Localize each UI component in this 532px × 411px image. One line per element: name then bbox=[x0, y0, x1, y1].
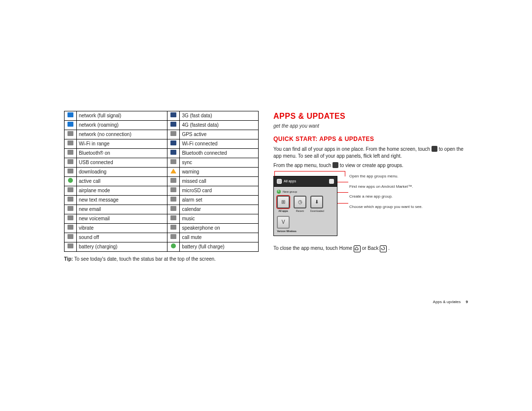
status-label-left: USB connected bbox=[77, 158, 167, 168]
status-label-left: active call bbox=[77, 177, 167, 186]
status-icon-right bbox=[167, 233, 180, 242]
status-row: Wi-Fi in rangeWi-Fi connected bbox=[65, 139, 259, 149]
status-label-right: Bluetooth connected bbox=[180, 149, 259, 158]
status-icon-left bbox=[65, 186, 77, 196]
group-icon-recent: ◷ bbox=[294, 196, 306, 208]
close-text-b: or Back bbox=[362, 245, 380, 251]
new-group-row: New group bbox=[277, 190, 334, 194]
status-row: new voicemailmusic bbox=[65, 214, 259, 224]
status-icon-left bbox=[65, 111, 77, 121]
status-icon-left bbox=[65, 121, 77, 130]
status-row: downloadingwarning bbox=[65, 168, 259, 177]
status-row: airplane modemicroSD card bbox=[65, 186, 259, 196]
screenshot-with-callouts: All apps New group ⊞ ◷ ⬇ All app bbox=[273, 176, 468, 237]
status-icon-left bbox=[65, 196, 77, 205]
callout-4: Choose which app group you want to see. bbox=[347, 205, 468, 210]
status-label-left: vibrate bbox=[77, 224, 167, 233]
group-label-recent: Recent bbox=[294, 209, 306, 213]
home-key-icon bbox=[354, 245, 361, 252]
status-icon bbox=[170, 122, 176, 127]
status-icon-right bbox=[167, 177, 180, 186]
status-row: new emailcalendar bbox=[65, 205, 259, 214]
group-row-2-labels: Verizon Wireless bbox=[277, 230, 334, 233]
paragraph-1: You can find all of your apps in one pla… bbox=[273, 146, 468, 159]
paragraph-2: From the app menu, touch to view or crea… bbox=[273, 162, 468, 169]
status-label-right: speakerphone on bbox=[180, 224, 259, 233]
group-icon-verizon: V bbox=[277, 216, 290, 229]
status-icon-right bbox=[167, 121, 180, 130]
status-label-right: music bbox=[180, 214, 259, 224]
para1-text-a: You can find all of your apps in one pla… bbox=[273, 146, 432, 152]
status-icon-right bbox=[167, 168, 180, 177]
section-subtitle: get the app you want bbox=[273, 123, 468, 130]
screenshot-titlebar: All apps bbox=[273, 176, 337, 186]
status-icon-right bbox=[167, 149, 180, 158]
status-icon bbox=[170, 197, 176, 202]
status-icon-left bbox=[65, 205, 77, 214]
status-icon bbox=[67, 234, 73, 239]
status-icon bbox=[67, 206, 73, 211]
status-icon bbox=[67, 187, 73, 192]
status-icon-right bbox=[167, 205, 180, 214]
shopping-bag-icon bbox=[329, 179, 334, 184]
group-icon-downloaded: ⬇ bbox=[310, 196, 323, 208]
status-icon-right bbox=[167, 242, 180, 252]
status-icon bbox=[68, 178, 73, 183]
status-icon-left bbox=[65, 168, 77, 177]
status-icon-right bbox=[167, 130, 180, 139]
status-icon bbox=[67, 243, 73, 248]
group-row-1-labels: All apps Recent Downloaded bbox=[277, 209, 334, 213]
group-row-1: ⊞ ◷ ⬇ bbox=[277, 196, 334, 208]
group-row-2: V bbox=[277, 216, 334, 229]
status-label-left: network (full signal) bbox=[77, 111, 167, 121]
status-label-right: GPS active bbox=[180, 130, 259, 139]
leader-line bbox=[337, 192, 348, 193]
status-icon bbox=[67, 122, 73, 127]
status-icon bbox=[67, 140, 73, 145]
status-icon bbox=[67, 131, 73, 136]
status-icon-left bbox=[65, 149, 77, 158]
status-icon bbox=[67, 215, 73, 220]
status-label-left: new text message bbox=[77, 196, 167, 205]
status-icon bbox=[170, 150, 176, 155]
status-icon-right bbox=[167, 196, 180, 205]
status-icon-left bbox=[65, 130, 77, 139]
status-label-right: 4G (fastest data) bbox=[180, 121, 259, 130]
status-icon bbox=[170, 225, 176, 230]
status-icon-right bbox=[167, 186, 180, 196]
apps-grid-icon bbox=[432, 146, 437, 152]
callout-2: Find new apps on Android Market™. bbox=[347, 184, 468, 190]
quickstart-heading: Quick start: Apps & updates bbox=[273, 135, 468, 143]
tip-paragraph: Tip: To see today's date, touch the stat… bbox=[64, 256, 259, 263]
status-row: active callmissed call bbox=[65, 177, 259, 186]
status-label-left: battery (charging) bbox=[77, 242, 167, 252]
screenshot-panel: New group ⊞ ◷ ⬇ All apps Recent Download… bbox=[273, 186, 337, 237]
status-label-right: missed call bbox=[180, 177, 259, 186]
para2-text-a: From the app menu, touch bbox=[273, 163, 332, 168]
new-group-label: New group bbox=[283, 190, 297, 194]
status-icon bbox=[171, 243, 176, 248]
back-key-icon bbox=[380, 245, 387, 252]
left-column: network (full signal)3G (fast data)netwo… bbox=[64, 111, 259, 305]
status-label-left: Wi-Fi in range bbox=[77, 139, 167, 149]
para2-text-b: to view or create app groups. bbox=[340, 163, 403, 168]
status-icon-left bbox=[65, 158, 77, 168]
status-label-right: call mute bbox=[180, 233, 259, 242]
status-icon-left bbox=[65, 233, 77, 242]
status-row: Bluetooth® onBluetooth connected bbox=[65, 149, 259, 158]
status-label-right: sync bbox=[180, 158, 259, 168]
all-apps-icon bbox=[277, 179, 282, 184]
status-label-left: airplane mode bbox=[77, 186, 167, 196]
status-row: new text messagealarm set bbox=[65, 196, 259, 205]
right-column: Apps & updates get the app you want Quic… bbox=[273, 111, 468, 305]
status-row: network (full signal)3G (fast data) bbox=[65, 111, 259, 121]
status-icon bbox=[170, 187, 176, 192]
status-row: battery (charging)battery (full charge) bbox=[65, 242, 259, 252]
callout-list: Open the app groups menu. Find new apps … bbox=[347, 176, 468, 237]
status-icon-right bbox=[167, 224, 180, 233]
group-label-all-apps: All apps bbox=[277, 209, 290, 213]
status-icon bbox=[170, 140, 176, 145]
page: network (full signal)3G (fast data)netwo… bbox=[64, 0, 468, 305]
status-icon bbox=[170, 131, 176, 136]
status-icon-right bbox=[167, 158, 180, 168]
